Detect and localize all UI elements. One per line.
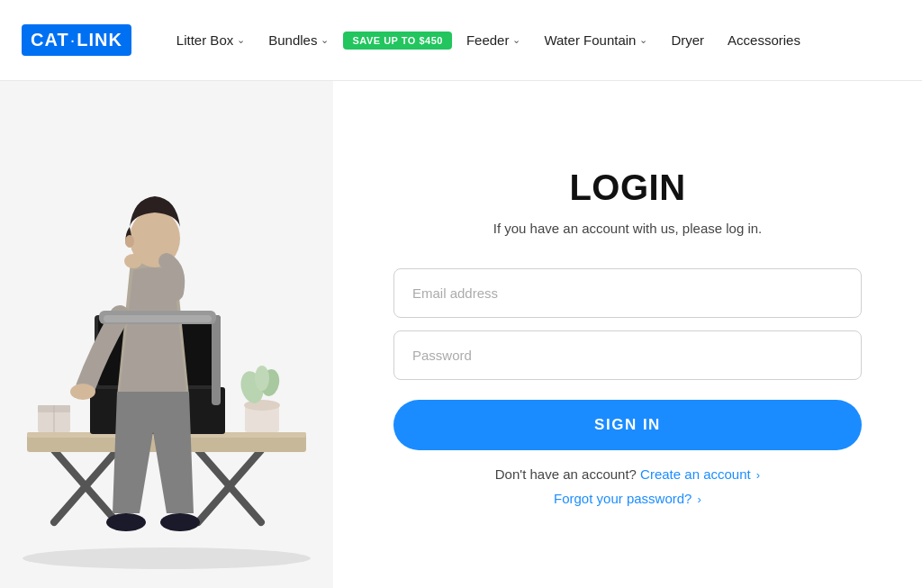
chevron-down-icon: ⌄	[512, 34, 520, 46]
create-account-link[interactable]: Create an account ›	[640, 466, 760, 482]
svg-rect-25	[212, 315, 221, 405]
nav-item-accessories[interactable]: Accessories	[719, 25, 809, 55]
chevron-right-icon: ›	[756, 468, 760, 482]
create-account-row: Don't have an account? Create an account…	[495, 466, 760, 482]
chevron-right-icon: ›	[698, 493, 701, 506]
svg-point-21	[124, 254, 142, 268]
svg-point-15	[255, 366, 269, 391]
nav-label-feeder: Feeder	[466, 32, 510, 48]
login-section: LOGIN If you have an account with us, pl…	[333, 81, 922, 588]
email-input[interactable]	[393, 268, 862, 318]
svg-rect-27	[104, 315, 212, 322]
login-title: LOGIN	[569, 167, 685, 208]
chevron-down-icon: ⌄	[639, 34, 647, 46]
login-form: SIGN IN	[393, 268, 862, 450]
password-input[interactable]	[393, 330, 862, 380]
nav-item-dryer[interactable]: Dryer	[662, 25, 713, 55]
header: CAT·LINK Litter Box ⌄ Bundles ⌄ SAVE UP …	[0, 0, 922, 81]
nav-item-bundles[interactable]: Bundles ⌄	[259, 25, 338, 55]
svg-point-1	[23, 547, 311, 569]
nav-item-litter-box[interactable]: Litter Box ⌄	[167, 25, 254, 55]
nav-label-accessories: Accessories	[728, 32, 800, 48]
login-subtitle: If you have an account with us, please l…	[493, 221, 763, 236]
hero-image-section	[0, 81, 333, 588]
logo-cat: CAT	[31, 30, 69, 50]
logo-box: CAT·LINK	[22, 24, 131, 56]
logo[interactable]: CAT·LINK	[22, 24, 131, 56]
svg-point-22	[70, 384, 95, 400]
sign-in-button[interactable]: SIGN IN	[393, 400, 862, 450]
chevron-down-icon: ⌄	[321, 34, 329, 46]
chevron-down-icon: ⌄	[237, 34, 245, 46]
forgot-password-row: Forgot your password? ›	[554, 491, 701, 506]
main-content: LOGIN If you have an account with us, pl…	[0, 81, 922, 588]
logo-link-text: LINK	[77, 30, 122, 50]
nav-item-water-fountain[interactable]: Water Fountain ⌄	[535, 25, 656, 55]
svg-point-23	[106, 513, 146, 531]
nav-label-dryer: Dryer	[671, 32, 704, 48]
save-badge: SAVE UP TO $450	[343, 32, 451, 50]
nav-label-bundles: Bundles	[268, 32, 317, 48]
nav-label-water-fountain: Water Fountain	[544, 32, 636, 48]
svg-point-24	[160, 513, 200, 531]
svg-point-20	[125, 235, 134, 248]
hero-illustration	[0, 81, 333, 588]
logo-separator: ·	[70, 30, 77, 50]
forgot-password-link[interactable]: Forgot your password? ›	[554, 491, 701, 506]
nav: Litter Box ⌄ Bundles ⌄ SAVE UP TO $450 F…	[167, 25, 900, 55]
form-links: Don't have an account? Create an account…	[495, 466, 760, 506]
nav-label-litter-box: Litter Box	[176, 32, 233, 48]
no-account-text: Don't have an account?	[495, 466, 637, 482]
nav-item-feeder[interactable]: Feeder ⌄	[457, 25, 530, 55]
